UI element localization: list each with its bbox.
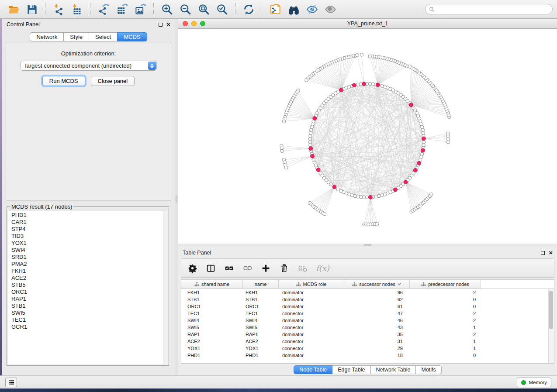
criterion-select[interactable]: largest connected component (undirected) [21, 61, 157, 71]
table-row[interactable]: PHD1PHD1dominator180 [181, 352, 554, 359]
select-all-button[interactable] [224, 263, 234, 273]
import-network-button[interactable] [52, 3, 65, 16]
table-cell: 43 [344, 324, 410, 331]
open-file-button[interactable] [7, 3, 20, 16]
tab-node-table[interactable]: Node Table [294, 365, 332, 374]
table-scrollbar[interactable] [548, 289, 554, 363]
refresh-layout-icon [243, 3, 255, 15]
network-canvas[interactable] [178, 29, 557, 244]
node-table: shared namenameMCDS rolesuccessor nodesp… [181, 279, 554, 364]
search-input[interactable] [435, 5, 552, 14]
table-cell: FKH1 [181, 289, 243, 296]
mcds-node-item[interactable]: RAP1 [11, 296, 168, 303]
toolbar-separator [45, 3, 45, 15]
close-panel-icon[interactable]: × [549, 251, 553, 255]
save-session-button[interactable] [25, 3, 38, 16]
run-mcds-button[interactable]: Run MCDS [42, 76, 85, 86]
mcds-node-item[interactable]: SWI5 [11, 309, 168, 316]
table-cell: TEC1 [243, 310, 279, 317]
splitter-handle[interactable] [176, 196, 177, 203]
gear-icon [188, 264, 197, 273]
mcds-node-item[interactable]: TID3 [11, 233, 168, 240]
table-row[interactable]: YOX1YOX1connector291 [181, 345, 554, 352]
close-panel-button[interactable]: Close panel [91, 76, 135, 86]
mcds-list-scrollbar[interactable] [163, 211, 168, 364]
zoom-in-button[interactable] [160, 3, 173, 16]
table-row[interactable]: ACE2ACE2connector311 [181, 338, 554, 345]
table-row[interactable]: SWI4SWI4dominator462 [181, 317, 554, 324]
mcds-node-item[interactable]: GCR1 [11, 323, 168, 330]
table-row[interactable]: FKH1FKH1dominator962 [181, 289, 554, 296]
mcds-node-item[interactable]: STB1 [11, 303, 168, 309]
tab-mcds[interactable]: MCDS [117, 32, 147, 41]
mcds-node-item[interactable]: YOX1 [11, 240, 168, 247]
table-row[interactable]: SWI5SWI5connector431 [181, 324, 554, 331]
tab-edge-table[interactable]: Edge Table [332, 365, 370, 374]
vertical-splitter[interactable] [175, 19, 178, 375]
mcds-node-item[interactable]: FKH1 [11, 268, 168, 275]
table-scrollbar-thumb[interactable] [549, 291, 553, 329]
export-table-button[interactable] [115, 3, 128, 16]
network-graph[interactable] [178, 29, 557, 244]
delete-column-button[interactable] [279, 263, 289, 273]
splitter-handle[interactable] [364, 244, 371, 246]
hide-graphics-details-icon [306, 3, 318, 15]
memory-button[interactable]: Memory [517, 378, 551, 387]
toolbar-separator [235, 3, 235, 15]
import-table-button[interactable] [70, 3, 83, 16]
mcds-node-item[interactable]: STP4 [11, 226, 168, 233]
hide-graphics-details-button[interactable] [305, 3, 318, 16]
table-cell: ORC1 [243, 303, 279, 310]
columns-icon [206, 264, 215, 273]
tab-select[interactable]: Select [89, 32, 118, 41]
binoculars-button[interactable] [287, 3, 300, 16]
add-column-button[interactable] [261, 263, 270, 273]
mcds-node-item[interactable]: PHD1 [11, 212, 168, 219]
mcds-node-item[interactable]: SWI4 [11, 247, 168, 254]
table-row[interactable]: TEC1TEC1connector472 [181, 310, 554, 317]
delete-table-button [298, 263, 307, 273]
mcds-node-item[interactable]: STB5 [11, 282, 168, 289]
table-cell: ACE2 [181, 338, 243, 345]
clone-network-button[interactable] [269, 3, 282, 16]
memory-label: Memory [529, 380, 547, 385]
task-history-button[interactable] [5, 378, 17, 387]
mcds-node-item[interactable]: PMA2 [11, 261, 168, 268]
zoom-out-button[interactable] [179, 3, 192, 16]
export-image-button[interactable] [134, 3, 147, 16]
mcds-node-item[interactable]: ORC1 [11, 289, 168, 296]
export-network-button[interactable] [97, 3, 110, 16]
horizontal-splitter[interactable] [178, 244, 557, 247]
show-graphics-details-button[interactable] [324, 3, 337, 16]
zoom-selected-button[interactable] [215, 3, 228, 16]
columns-button[interactable] [206, 263, 215, 273]
mcds-node-item[interactable]: ACE2 [11, 275, 168, 282]
table-row[interactable]: RAP1RAP1dominator352 [181, 331, 554, 338]
mcds-node-item[interactable]: SRD1 [11, 254, 168, 261]
close-panel-icon[interactable]: × [166, 22, 170, 27]
column-header-MCDS-role[interactable]: MCDS role [279, 280, 344, 289]
tab-network[interactable]: Network [30, 32, 64, 41]
memory-status-icon [521, 380, 526, 385]
mcds-result-list[interactable]: PHD1CAR1STP4TID3YOX1SWI4SRD1PMA2FKH1ACE2… [8, 211, 168, 364]
table-cell: 1 [410, 324, 481, 331]
column-header-predecessor-nodes[interactable]: predecessor nodes [410, 280, 481, 289]
deselect-all-button[interactable] [242, 263, 252, 273]
search-field[interactable] [425, 4, 553, 14]
mcds-node-item[interactable]: CAR1 [11, 219, 168, 226]
mcds-node-item[interactable]: TEC1 [11, 316, 168, 323]
float-panel-icon[interactable] [541, 251, 545, 255]
table-row[interactable]: ORC1ORC1dominator610 [181, 303, 554, 310]
column-header-shared-name[interactable]: shared name [181, 280, 243, 289]
column-header-name[interactable]: name [243, 280, 279, 289]
table-row[interactable]: STB1STB1dominator620 [181, 296, 554, 303]
tab-network-table[interactable]: Network Table [370, 365, 416, 374]
zoom-fit-button[interactable] [197, 3, 210, 16]
refresh-layout-button[interactable] [242, 3, 255, 16]
float-panel-icon[interactable] [159, 23, 163, 27]
column-header-successor-nodes[interactable]: successor nodes [344, 280, 410, 289]
export-image-icon [135, 3, 146, 15]
tab-motifs[interactable]: Motifs [415, 365, 441, 374]
tab-style[interactable]: Style [63, 32, 89, 41]
gear-button[interactable] [187, 263, 197, 273]
